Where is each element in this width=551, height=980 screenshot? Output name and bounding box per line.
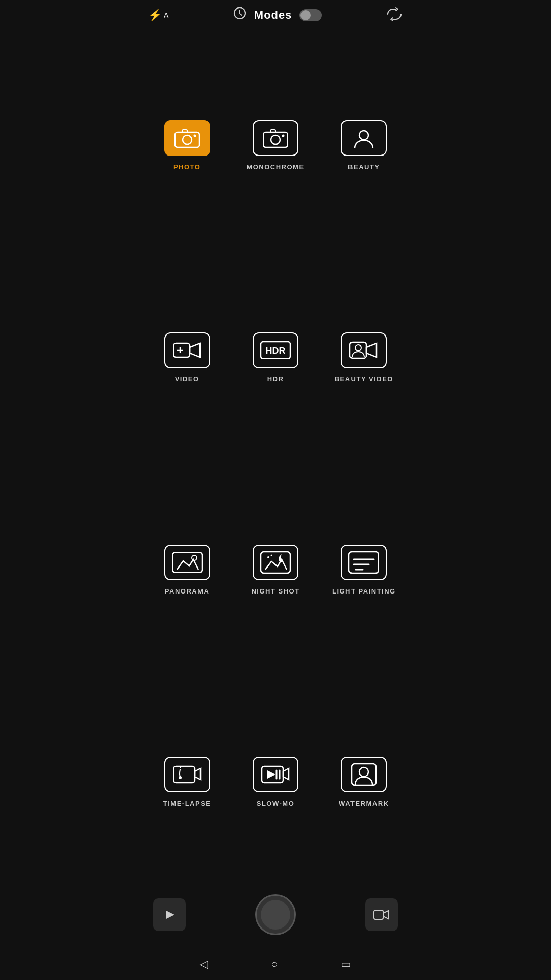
- svg-rect-19: [261, 552, 290, 573]
- back-nav-button[interactable]: ◁: [199, 958, 208, 971]
- mode-item-beauty[interactable]: BEAUTY: [320, 40, 408, 252]
- camera-controls: [138, 889, 413, 943]
- gallery-button[interactable]: [153, 898, 186, 931]
- svg-point-16: [355, 345, 361, 351]
- svg-point-6: [271, 135, 280, 144]
- flash-auto-label: A: [164, 11, 168, 19]
- svg-rect-5: [263, 132, 288, 147]
- mode-icon-monochrome: [253, 120, 298, 156]
- top-bar-left: ⚡ A: [148, 9, 168, 22]
- mode-toggle[interactable]: [299, 9, 322, 21]
- svg-rect-7: [270, 130, 276, 133]
- mode-icon-time-lapse: [164, 757, 210, 792]
- mode-item-time-lapse[interactable]: TIME-LAPSE: [143, 677, 231, 889]
- svg-marker-36: [166, 911, 174, 919]
- svg-point-9: [359, 131, 368, 140]
- timer-icon[interactable]: [233, 6, 247, 24]
- svg-point-18: [192, 555, 197, 560]
- mode-label-photo: PHOTO: [173, 163, 201, 171]
- mode-item-slow-mo[interactable]: SLOW-MO: [231, 677, 319, 889]
- mode-item-watermark[interactable]: WATERMARK: [320, 677, 408, 889]
- mode-label-watermark: WATERMARK: [339, 800, 389, 807]
- mode-icon-photo: [164, 120, 210, 156]
- mode-item-night-shot[interactable]: NIGHT SHOT: [231, 465, 319, 677]
- svg-point-21: [270, 555, 272, 556]
- mode-item-photo[interactable]: PHOTO: [143, 40, 231, 252]
- svg-point-27: [179, 776, 182, 779]
- mode-label-hdr: HDR: [267, 375, 284, 383]
- mode-label-time-lapse: TIME-LAPSE: [163, 800, 211, 807]
- home-nav-button[interactable]: ○: [271, 958, 278, 971]
- mode-item-beauty-video[interactable]: BEAUTY VIDEO: [320, 252, 408, 465]
- svg-rect-22: [349, 552, 379, 573]
- svg-rect-26: [173, 766, 195, 783]
- mode-label-slow-mo: SLOW-MO: [257, 800, 295, 807]
- modes-grid: PHOTO MONOCHROME BEAUTY VIDEO HDR HDR: [138, 30, 413, 889]
- mode-label-night-shot: NIGHT SHOT: [251, 587, 299, 595]
- svg-rect-37: [374, 910, 383, 919]
- svg-point-35: [359, 767, 368, 777]
- svg-point-4: [193, 134, 196, 137]
- mode-item-monochrome[interactable]: MONOCHROME: [231, 40, 319, 252]
- mode-label-monochrome: MONOCHROME: [246, 163, 304, 171]
- mode-label-panorama: PANORAMA: [165, 587, 210, 595]
- mode-icon-night-shot: [253, 545, 298, 580]
- mode-item-panorama[interactable]: PANORAMA: [143, 465, 231, 677]
- svg-rect-1: [175, 132, 199, 147]
- svg-rect-17: [172, 552, 202, 573]
- mode-icon-video: [164, 332, 210, 368]
- mode-icon-slow-mo: [253, 757, 298, 792]
- svg-marker-31: [267, 770, 276, 779]
- mode-label-beauty: BEAUTY: [348, 163, 380, 171]
- svg-point-8: [282, 134, 284, 137]
- mode-label-light-painting: LIGHT PAINTING: [332, 587, 396, 595]
- mode-icon-beauty: [341, 120, 387, 156]
- mode-item-light-painting[interactable]: LIGHT PAINTING: [320, 465, 408, 677]
- top-bar-right: [386, 7, 403, 23]
- svg-point-2: [183, 135, 192, 144]
- flash-icon[interactable]: ⚡: [148, 9, 162, 22]
- rotate-camera-icon[interactable]: [386, 7, 403, 23]
- mode-icon-watermark: [341, 757, 387, 792]
- recents-nav-button[interactable]: ▭: [341, 958, 352, 971]
- mode-label-video: VIDEO: [175, 375, 199, 383]
- mode-icon-panorama: [164, 545, 210, 580]
- page-title: Modes: [254, 9, 292, 22]
- bottom-section: [138, 889, 413, 948]
- svg-text:HDR: HDR: [265, 346, 285, 356]
- mode-icon-beauty-video: [341, 332, 387, 368]
- svg-rect-3: [182, 130, 187, 133]
- mode-icon-light-painting: [341, 545, 387, 580]
- top-bar: ⚡ A Modes: [138, 0, 413, 30]
- mode-label-beauty-video: BEAUTY VIDEO: [335, 375, 393, 383]
- android-nav: ◁ ○ ▭: [138, 948, 413, 980]
- mode-icon-hdr: HDR: [253, 332, 298, 368]
- switch-to-video-button[interactable]: [365, 898, 398, 931]
- svg-point-20: [267, 556, 269, 558]
- mode-item-hdr[interactable]: HDR HDR: [231, 252, 319, 465]
- shutter-button[interactable]: [255, 894, 296, 935]
- mode-item-video[interactable]: VIDEO: [143, 252, 231, 465]
